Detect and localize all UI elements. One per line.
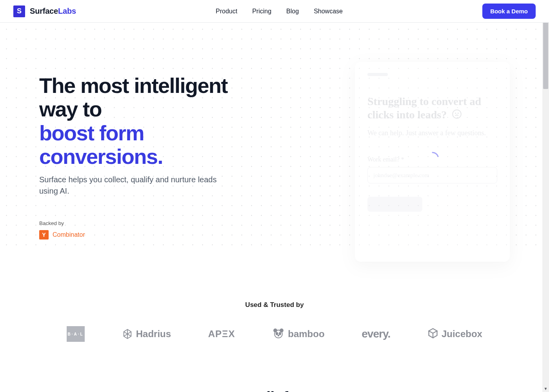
ycombinator-badge: Y Combinator [39,230,259,240]
headline-plain: The most intelligent way to [39,74,227,121]
svg-point-4 [274,329,277,332]
form-progress-bar [367,73,388,76]
hadrius-text: Hadrius [136,328,171,339]
book-demo-button[interactable]: Book a Demo [482,4,536,19]
svg-point-7 [279,332,281,335]
hero-subheadline: Surface helps you collect, qualify and n… [39,174,220,197]
logo-apex: APΞX [208,328,235,339]
backed-by-label: Backed by [39,220,259,226]
hadrius-icon [122,328,133,339]
loading-spinner-icon [425,151,440,165]
nav-link-label: Product [216,8,237,15]
brand-name: SurfaceLabs [30,7,76,16]
brand-logo-icon: S [13,5,25,17]
nav-link-blog[interactable]: Blog [286,8,299,15]
headline-accent: boost form conversions. [39,121,163,168]
lead-form-card: Struggling to convert ad clicks into lea… [355,62,510,262]
brand-name-second: Labs [58,7,76,15]
nav-link-showcase[interactable]: Showcase [314,8,343,15]
nav-links: Product Pricing Blog Showcase [216,8,343,15]
trusted-section: Used & Trusted by B·A·L Hadrius APΞX [0,301,549,342]
logo-juicebox: Juicebox [427,328,482,340]
brand[interactable]: S SurfaceLabs [13,5,76,17]
hero-headline: The most intelligent way to boost form c… [39,74,259,169]
top-nav: S SurfaceLabs Product Pricing Blog Showc… [0,0,549,23]
card-title-text: Struggling to convert ad clicks into lea… [367,95,481,121]
email-field[interactable] [367,167,497,183]
bal-icon: B·A·L [67,326,85,342]
svg-point-8 [278,335,279,336]
panda-icon [272,327,285,341]
cube-icon [427,328,438,340]
scrollbar[interactable]: ▲ ▼ [542,0,549,392]
every-text: every. [362,328,390,340]
svg-point-1 [455,113,456,113]
trusted-title: Used & Trusted by [0,301,549,309]
trusted-logos-row: B·A·L Hadrius APΞX [67,326,482,342]
submit-button[interactable] [367,197,422,212]
logo-bal: B·A·L [67,326,85,342]
juicebox-text: Juicebox [442,328,482,339]
ycombinator-text: Combinator [53,231,85,238]
hero-section: The most intelligent way to boost form c… [0,23,549,293]
card-title: Struggling to convert ad clicks into lea… [367,95,497,122]
scrollbar-down-icon[interactable]: ▼ [542,385,549,392]
logo-hadrius: Hadrius [122,328,171,339]
logo-bamboo: bamboo [272,327,324,341]
svg-point-0 [453,110,461,118]
nav-link-product[interactable]: Product [216,8,237,15]
svg-point-2 [458,113,458,113]
built-line1: Built for [0,389,549,392]
bamboo-text: bamboo [288,328,324,339]
apex-text: APΞX [208,328,235,339]
svg-point-6 [276,332,278,335]
hero-left: The most intelligent way to boost form c… [39,62,259,240]
card-subtitle: We can help. Just answer a few questions… [367,128,497,138]
built-for-section: Built for Marketing & Rev Ops [0,389,549,392]
nav-link-pricing[interactable]: Pricing [252,8,271,15]
ycombinator-icon: Y [39,230,49,240]
logo-every: every. [362,328,390,340]
brand-name-first: Surface [30,7,58,15]
sad-face-icon [452,109,462,122]
svg-point-5 [280,329,283,332]
